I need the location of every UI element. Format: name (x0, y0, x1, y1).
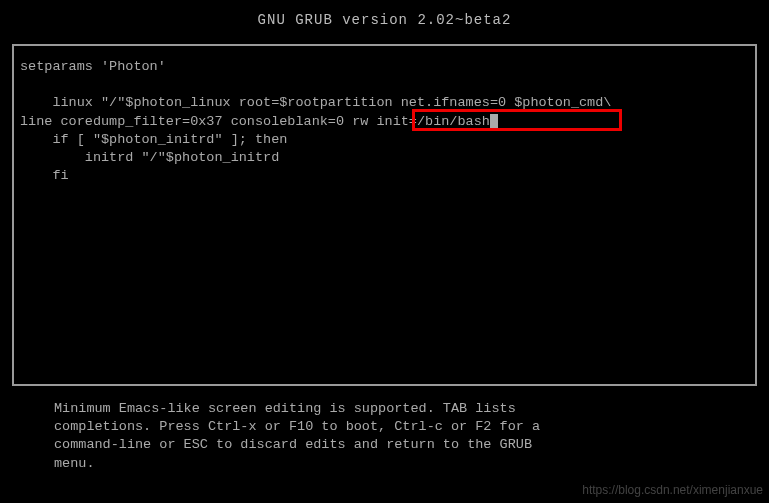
code-line-cont-pre: line coredump_filter=0x37 consoleblank=0 (20, 114, 352, 129)
code-line-fi: fi (20, 168, 69, 183)
watermark-text: https://blog.csdn.net/ximenjianxue (582, 483, 763, 497)
grub-header: GNU GRUB version 2.02~beta2 (0, 0, 769, 36)
code-line-if: if [ "$photon_initrd" ]; then (20, 132, 287, 147)
grub-title: GNU GRUB version 2.02~beta2 (258, 12, 512, 28)
code-line-initrd: initrd "/"$photon_initrd (20, 150, 279, 165)
text-cursor (490, 114, 498, 128)
grub-help-text: Minimum Emacs-like screen editing is sup… (54, 400, 715, 473)
code-line-setparams: setparams 'Photon' (20, 59, 166, 74)
code-line-linux: linux "/"$photon_linux root=$rootpartiti… (20, 95, 611, 110)
code-line-cont-highlight: rw init=/bin/bash (352, 114, 490, 129)
boot-entry-code[interactable]: setparams 'Photon' linux "/"$photon_linu… (20, 58, 749, 186)
grub-editor[interactable]: setparams 'Photon' linux "/"$photon_linu… (12, 44, 757, 386)
